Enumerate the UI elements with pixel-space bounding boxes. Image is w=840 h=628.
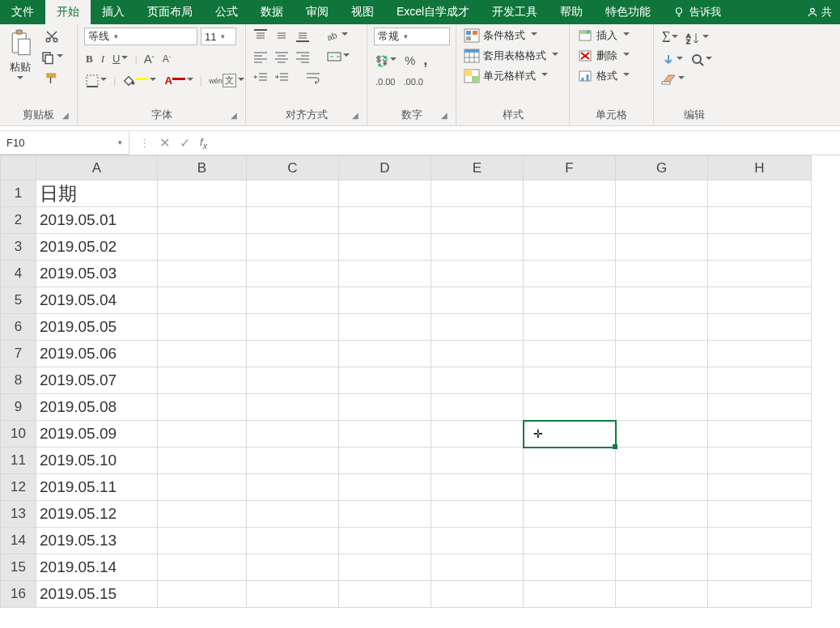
row-header-5[interactable]: 5 — [1, 287, 36, 314]
cell-C4[interactable] — [247, 261, 339, 287]
number-format-combo[interactable]: 常规▾ — [374, 28, 450, 45]
cell-A6[interactable]: 2019.05.05 — [36, 314, 158, 341]
cell-G10[interactable] — [616, 421, 708, 448]
copy-button[interactable] — [39, 49, 65, 66]
column-header-H[interactable]: H — [708, 156, 812, 180]
cell-G2[interactable] — [616, 207, 708, 234]
cell-F1[interactable] — [524, 180, 616, 207]
shrink-font-button[interactable]: Aˇ — [161, 52, 173, 66]
dialog-launcher[interactable]: ◢ — [441, 111, 452, 122]
cell-B9[interactable] — [158, 394, 247, 421]
tab-page-layout[interactable]: 页面布局 — [136, 0, 204, 24]
cell-B4[interactable] — [158, 261, 247, 287]
options-icon[interactable]: ⋮ — [139, 137, 150, 149]
grow-font-button[interactable]: Aˆ — [142, 50, 156, 67]
cell-H1[interactable] — [708, 180, 812, 207]
cell-A4[interactable]: 2019.05.03 — [36, 261, 158, 287]
cell-G12[interactable] — [616, 474, 708, 501]
tab-developer[interactable]: 开发工具 — [481, 0, 549, 24]
cell-G11[interactable] — [616, 448, 708, 474]
cell-F7[interactable] — [524, 341, 616, 367]
cell-C5[interactable] — [247, 287, 339, 314]
cell-E8[interactable] — [431, 367, 524, 394]
paste-button[interactable] — [6, 28, 34, 58]
cell-C8[interactable] — [247, 367, 339, 394]
format-cells-button[interactable]: 格式 — [576, 68, 631, 84]
cell-H5[interactable] — [708, 287, 812, 314]
comma-button[interactable]: , — [422, 50, 429, 70]
clear-button[interactable] — [660, 72, 686, 87]
cell-A9[interactable]: 2019.05.08 — [36, 394, 158, 421]
cell-E16[interactable] — [431, 581, 524, 608]
cell-B16[interactable] — [158, 581, 247, 608]
tab-formulas[interactable]: 公式 — [204, 0, 249, 24]
cell-E9[interactable] — [431, 394, 524, 421]
cell-C13[interactable] — [247, 501, 339, 528]
cell-G14[interactable] — [616, 528, 708, 554]
orientation-button[interactable]: ab — [325, 28, 350, 44]
cell-E6[interactable] — [431, 314, 524, 341]
cell-H7[interactable] — [708, 341, 812, 367]
cell-C3[interactable] — [247, 234, 339, 261]
insert-cells-button[interactable]: +插入 — [576, 28, 631, 44]
cell-C2[interactable] — [247, 207, 339, 234]
cell-A15[interactable]: 2019.05.14 — [36, 554, 158, 581]
cell-E10[interactable] — [431, 421, 524, 448]
cell-E2[interactable] — [431, 207, 524, 234]
cell-H15[interactable] — [708, 554, 812, 581]
cell-D8[interactable] — [339, 367, 431, 394]
tab-data[interactable]: 数据 — [249, 0, 295, 24]
enter-formula-button[interactable]: ✓ — [180, 135, 190, 151]
font-name-combo[interactable]: 等线▾ — [84, 28, 197, 45]
cell-D4[interactable] — [339, 261, 431, 287]
cell-G6[interactable] — [616, 314, 708, 341]
tab-special[interactable]: 特色功能 — [594, 0, 662, 24]
cell-G16[interactable] — [616, 581, 708, 608]
cell-G8[interactable] — [616, 367, 708, 394]
cell-F4[interactable] — [524, 261, 616, 287]
row-header-1[interactable]: 1 — [1, 180, 36, 207]
tab-review[interactable]: 审阅 — [295, 0, 340, 24]
cell-D14[interactable] — [339, 528, 431, 554]
row-header-10[interactable]: 10 — [1, 421, 36, 448]
dialog-launcher[interactable]: ◢ — [231, 111, 242, 122]
cell-E1[interactable] — [431, 180, 524, 207]
cell-G9[interactable] — [616, 394, 708, 421]
cell-F5[interactable] — [524, 287, 616, 314]
row-header-7[interactable]: 7 — [1, 341, 36, 367]
cell-B10[interactable] — [158, 421, 247, 448]
cell-D1[interactable] — [339, 180, 431, 207]
font-size-combo[interactable]: 11▾ — [201, 28, 236, 45]
cell-A11[interactable]: 2019.05.10 — [36, 448, 158, 474]
decrease-decimal-button[interactable]: .00.0 — [401, 75, 424, 88]
font-color-button[interactable]: A — [163, 73, 194, 88]
sort-filter-button[interactable]: AZ — [685, 30, 711, 46]
cell-C6[interactable] — [247, 314, 339, 341]
cell-E14[interactable] — [431, 528, 524, 554]
column-header-B[interactable]: B — [158, 156, 247, 180]
cell-H16[interactable] — [708, 581, 812, 608]
cell-H4[interactable] — [708, 261, 812, 287]
cell-G4[interactable] — [616, 261, 708, 287]
row-header-13[interactable]: 13 — [1, 501, 36, 528]
cell-C16[interactable] — [247, 581, 339, 608]
cell-A3[interactable]: 2019.05.02 — [36, 234, 158, 261]
cell-C7[interactable] — [247, 341, 339, 367]
cell-D5[interactable] — [339, 287, 431, 314]
tab-self-study[interactable]: Excel自学成才 — [385, 0, 481, 24]
format-painter-button[interactable] — [39, 70, 65, 87]
cell-H6[interactable] — [708, 314, 812, 341]
insert-function-button[interactable]: fx — [200, 136, 207, 151]
align-middle-button[interactable] — [274, 28, 290, 44]
cell-B6[interactable] — [158, 314, 247, 341]
border-button[interactable] — [84, 73, 108, 89]
cell-H8[interactable] — [708, 367, 812, 394]
fill-button[interactable] — [660, 52, 685, 68]
name-box[interactable]: F10 ▾ — [0, 131, 129, 155]
cell-F15[interactable] — [524, 554, 616, 581]
share-button[interactable]: 共 — [799, 0, 840, 24]
cell-C10[interactable] — [247, 421, 339, 448]
decrease-indent-button[interactable] — [252, 70, 269, 86]
increase-indent-button[interactable] — [274, 70, 290, 86]
cell-C1[interactable] — [247, 180, 339, 207]
